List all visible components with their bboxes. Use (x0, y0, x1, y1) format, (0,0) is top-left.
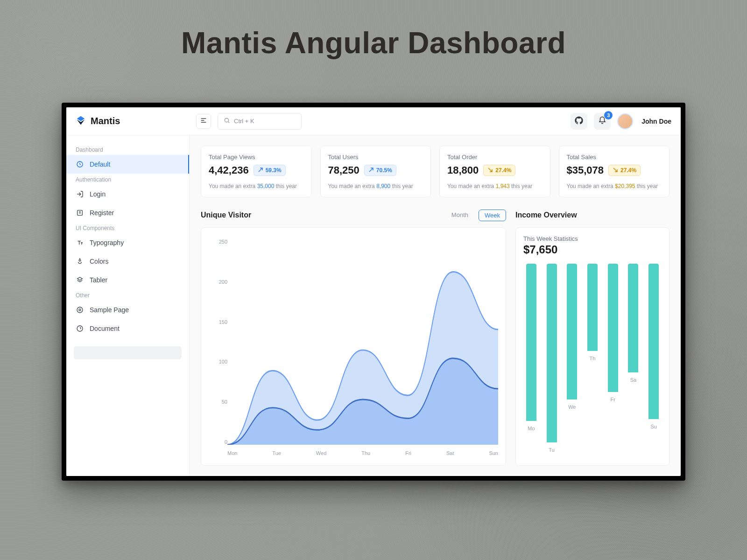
colors-icon (76, 258, 84, 265)
bar-col: Tu (545, 264, 559, 458)
trend-down-icon (613, 167, 618, 174)
menu-collapse-icon (200, 117, 207, 126)
income-overview-card: This Week Statistics $7,650 MoTuWeThFrSa… (515, 227, 669, 466)
chart-y-ticks: 250200150100500 (209, 239, 227, 445)
sidebar-item-label: Tabler (90, 276, 107, 284)
stat-subtext: You made an extra 8,900 this year (328, 182, 423, 190)
sidebar-item-register[interactable]: Register (66, 203, 189, 222)
search-input[interactable]: Ctrl + K (218, 113, 302, 130)
register-icon (76, 209, 84, 217)
sidebar-placeholder (74, 346, 182, 359)
bar (526, 264, 536, 421)
stat-subtext: You made an extra 35,000 this year (209, 182, 304, 190)
svg-point-5 (77, 326, 83, 331)
avatar[interactable] (617, 113, 633, 129)
bar (648, 264, 659, 419)
income-value: $7,650 (523, 243, 662, 256)
sidebar-item-label: Register (90, 209, 114, 217)
sidebar-item-sample-page[interactable]: Sample Page (66, 301, 189, 319)
area-chart (227, 239, 498, 445)
bar-label: Su (650, 424, 656, 429)
trend-up-icon (258, 167, 263, 174)
bar (547, 264, 557, 442)
sidebar-item-tabler[interactable]: Tabler (66, 271, 189, 289)
income-subtitle: This Week Statistics (523, 235, 662, 242)
stat-delta-chip: 59.3% (254, 165, 286, 176)
bar (587, 264, 598, 351)
unique-visitor-chart-card: 250200150100500 MonTueWedThuFriSatSun (201, 227, 506, 466)
stat-title: Total Page Views (209, 154, 304, 161)
income-bar-chart: MoTuWeThFrSaSu (523, 260, 662, 458)
sidebar-item-default[interactable]: Default (66, 155, 189, 174)
sidebar-item-label: Typography (90, 239, 124, 246)
sidebar-item-typography[interactable]: Typography (66, 233, 189, 252)
github-icon (575, 116, 583, 126)
sidebar-section-dashboard: Dashboard (66, 144, 189, 155)
notifications-button[interactable]: 3 (594, 113, 611, 130)
sidebar-section-other: Other (66, 289, 189, 301)
sidebar-item-label: Default (90, 161, 110, 168)
sample-page-icon (76, 306, 84, 314)
notification-count-badge: 3 (604, 111, 613, 119)
stat-delta: 70.5% (376, 167, 392, 174)
unique-visitor-panel: Unique Visitor Month Week 25020015010050… (201, 208, 506, 466)
stat-delta-chip: 70.5% (364, 165, 396, 176)
github-button[interactable] (571, 113, 587, 130)
brand[interactable]: Mantis (76, 115, 190, 127)
bar-label: Th (590, 356, 596, 361)
bar-col: Th (585, 264, 599, 458)
trend-down-icon (487, 167, 493, 174)
sidebar-item-label: Login (90, 190, 106, 198)
sidebar-section-ui: UI Components (66, 222, 189, 233)
bar-col: Su (647, 264, 661, 458)
search-placeholder: Ctrl + K (234, 118, 254, 125)
bar (567, 264, 577, 399)
search-icon (224, 117, 230, 125)
stat-value: 78,250 (328, 164, 359, 176)
bar-col: Fr (606, 264, 620, 458)
dashboard-icon (76, 161, 84, 168)
stat-card-2: Total Order18,80027.4%You made an extra … (439, 146, 550, 197)
unique-visitor-title: Unique Visitor (201, 211, 251, 219)
stat-delta-chip: 27.4% (483, 165, 515, 176)
bar (628, 264, 638, 372)
chart-x-ticks: MonTueWedThuFriSatSun (227, 450, 498, 456)
topbar: Mantis Ctrl + K (66, 107, 681, 135)
brand-name: Mantis (91, 116, 120, 126)
sidebar-section-auth: Authentication (66, 174, 189, 185)
stat-card-0: Total Page Views4,42,23659.3%You made an… (201, 146, 312, 197)
sidebar-item-login[interactable]: Login (66, 185, 189, 203)
stat-value: 4,42,236 (209, 164, 249, 176)
monitor-frame: Mantis Ctrl + K (62, 103, 685, 481)
stat-subtext: You made an extra 1,943 this year (447, 182, 543, 190)
svg-point-0 (225, 118, 228, 122)
user-name[interactable]: John Doe (641, 118, 671, 125)
bar-label: Sa (630, 377, 636, 383)
sidebar-item-label: Document (90, 325, 120, 332)
stat-value: $35,078 (567, 164, 604, 176)
trend-up-icon (368, 167, 374, 174)
bar-col: We (565, 264, 579, 458)
sidebar-item-colors[interactable]: Colors (66, 252, 189, 271)
stat-card-3: Total Sales$35,07827.4%You made an extra… (559, 146, 670, 197)
sidebar-item-label: Colors (90, 258, 108, 265)
stat-title: Total Sales (567, 154, 662, 161)
stat-delta: 27.4% (495, 167, 511, 174)
app-screen: Mantis Ctrl + K (66, 107, 681, 476)
visitor-range-segment: Month Week (446, 210, 506, 221)
bar (608, 264, 618, 392)
bar-label: Mo (528, 426, 535, 431)
typography-icon (76, 239, 84, 246)
sidebar-item-document[interactable]: Document (66, 319, 189, 338)
sidebar-item-label: Sample Page (90, 306, 129, 314)
stat-cards: Total Page Views4,42,23659.3%You made an… (201, 146, 669, 197)
segment-week-button[interactable]: Week (479, 210, 506, 221)
svg-point-3 (77, 307, 83, 313)
sidebar: Dashboard Default Authentication Login R… (66, 135, 190, 476)
income-overview-panel: Income Overview This Week Statistics $7,… (515, 208, 669, 466)
segment-month-button[interactable]: Month (446, 210, 474, 221)
stat-value: 18,800 (447, 164, 479, 176)
svg-point-4 (79, 309, 81, 311)
sidebar-toggle-button[interactable] (196, 114, 211, 129)
brand-logo-icon (76, 115, 86, 127)
